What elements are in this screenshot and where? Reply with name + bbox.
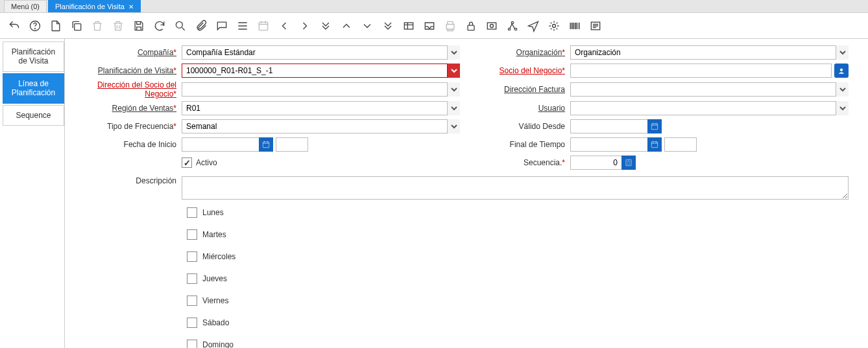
svg-point-12 (553, 24, 556, 27)
tab-menu[interactable]: Menú (0) (4, 0, 47, 12)
down-icon[interactable] (359, 18, 375, 34)
main: Planificación de Visita Línea de Planifi… (0, 39, 868, 348)
checkbox-lunes[interactable] (187, 207, 197, 218)
flow-icon[interactable] (505, 18, 520, 34)
nav-item-label: Línea de Planificación (12, 79, 55, 97)
nav-item-label: Planificación de Visita (12, 47, 55, 65)
field-fecha-inicio-time[interactable] (276, 137, 308, 152)
svg-rect-5 (404, 23, 413, 29)
new-icon[interactable] (48, 18, 64, 34)
field-valido-desde[interactable] (570, 119, 648, 133)
undo-icon[interactable] (6, 18, 22, 34)
label-lunes: Lunes (202, 208, 224, 217)
checkbox-domingo[interactable] (187, 340, 197, 348)
tab-bar: Menú (0) Planificación de Visita ✕ (0, 0, 868, 13)
field-plan-visita[interactable] (182, 64, 460, 78)
label-final-tiempo: Final de Tiempo (460, 140, 570, 149)
field-fecha-inicio[interactable] (182, 137, 259, 152)
field-secuencia[interactable] (570, 156, 622, 170)
field-compania[interactable] (182, 45, 460, 60)
field-direccion-factura[interactable] (570, 82, 849, 97)
calendar-icon (256, 18, 271, 34)
field-direccion-socio[interactable] (182, 82, 460, 97)
svg-point-1 (35, 28, 36, 29)
checkbox-sabado[interactable] (187, 318, 197, 328)
send-icon[interactable] (525, 18, 541, 34)
caret-plan-visita[interactable] (447, 64, 460, 78)
barcode-icon[interactable] (567, 18, 583, 34)
lock-icon[interactable] (463, 18, 479, 34)
checkbox-miercoles[interactable] (187, 251, 197, 262)
trash-icon (110, 18, 126, 34)
svg-rect-18 (626, 159, 631, 165)
checkbox-jueves[interactable] (187, 273, 197, 284)
field-socio[interactable] (570, 64, 832, 78)
label-compania: Compañía* (71, 48, 182, 57)
scan-icon[interactable] (484, 18, 500, 34)
gear-icon[interactable] (546, 18, 562, 34)
field-final-tiempo[interactable] (570, 137, 648, 152)
lookup-socio-button[interactable] (834, 64, 849, 78)
left-nav: Planificación de Visita Línea de Planifi… (0, 39, 65, 348)
close-icon[interactable]: ✕ (128, 3, 134, 10)
label-viernes: Viernes (202, 296, 228, 305)
save-icon[interactable] (131, 18, 147, 34)
search-icon[interactable] (173, 18, 188, 34)
label-fecha-inicio: Fecha de Inicio (71, 140, 182, 149)
calc-secuencia-button[interactable] (621, 156, 636, 170)
checkbox-activo[interactable] (182, 157, 192, 168)
inbox-icon[interactable] (422, 18, 437, 34)
caret-direccion-factura[interactable] (836, 82, 849, 97)
prev-icon[interactable] (276, 18, 292, 34)
refresh-icon[interactable] (152, 18, 167, 34)
tab-planificacion[interactable]: Planificación de Visita ✕ (48, 0, 141, 12)
field-final-tiempo-time[interactable] (664, 137, 697, 152)
label-region: Región de Ventas* (71, 104, 182, 113)
grid-icon[interactable] (401, 18, 416, 34)
svg-point-14 (840, 69, 843, 71)
nav-item-sequence[interactable]: Sequence (3, 105, 64, 126)
copy-icon[interactable] (69, 18, 84, 34)
field-region[interactable] (182, 101, 460, 115)
label-valido-desde: Válido Desde (460, 122, 570, 131)
svg-rect-16 (263, 142, 269, 148)
checkbox-viernes[interactable] (187, 296, 197, 306)
tab-planificacion-label: Planificación de Visita (55, 3, 125, 10)
label-jueves: Jueves (202, 274, 227, 283)
datepicker-fecha-inicio[interactable] (259, 137, 273, 152)
caret-direccion-socio[interactable] (447, 82, 460, 97)
nav-item-planificacion[interactable]: Planificación de Visita (3, 41, 64, 72)
caret-tipo-frecuencia[interactable] (447, 119, 460, 133)
nav-item-linea[interactable]: Línea de Planificación (3, 73, 64, 104)
caret-compania[interactable] (447, 45, 460, 60)
label-usuario: Usuario (460, 104, 570, 113)
datepicker-final-tiempo[interactable] (647, 137, 662, 152)
days-group: Lunes Martes Miércoles Jueves Viernes Sá… (187, 207, 849, 348)
help-icon[interactable] (27, 18, 43, 34)
caret-region[interactable] (447, 101, 460, 115)
checkbox-martes[interactable] (187, 229, 197, 240)
field-organizacion[interactable] (570, 45, 849, 60)
attach-icon[interactable] (193, 18, 209, 34)
delete-icon (90, 18, 105, 34)
label-plan-visita: Planificación de Visita* (71, 66, 182, 75)
label-tipo-frecuencia: Tipo de Frecuencia* (71, 122, 182, 131)
caret-organizacion[interactable] (836, 45, 849, 60)
svg-point-8 (490, 24, 494, 27)
label-secuencia: Secuencia.* (460, 158, 570, 167)
svg-rect-17 (651, 142, 657, 148)
tab-menu-label: Menú (0) (11, 3, 40, 10)
form-icon[interactable] (588, 18, 603, 34)
field-tipo-frecuencia[interactable] (182, 119, 460, 133)
field-usuario[interactable] (570, 101, 849, 115)
last-icon[interactable] (380, 18, 396, 34)
chat-icon[interactable] (214, 18, 230, 34)
caret-usuario[interactable] (836, 101, 849, 115)
list-icon[interactable] (235, 18, 250, 34)
next-icon[interactable] (297, 18, 313, 34)
label-miercoles: Miércoles (202, 252, 235, 261)
datepicker-valido-desde[interactable] (647, 119, 662, 133)
first-icon[interactable] (318, 18, 333, 34)
up-icon[interactable] (339, 18, 354, 34)
field-descripcion[interactable] (182, 176, 849, 200)
